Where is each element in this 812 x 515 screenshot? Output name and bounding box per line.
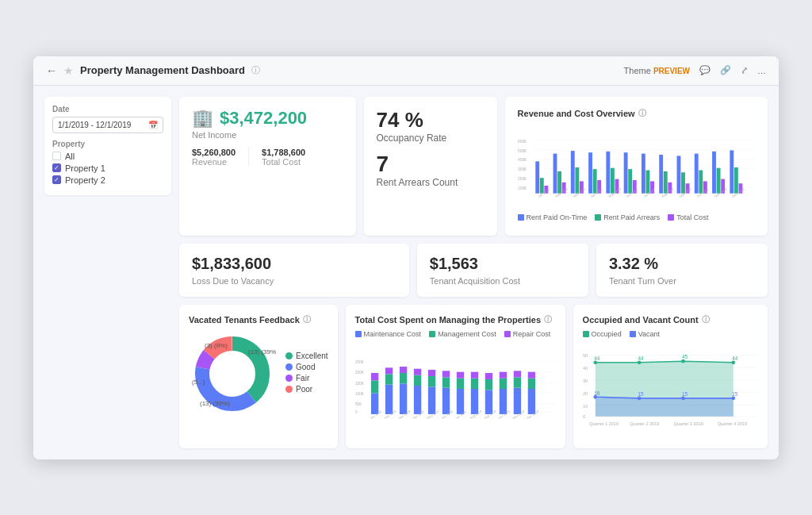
svg-point-157: [637, 396, 641, 400]
info-icon-occ[interactable]: ⓘ: [702, 314, 710, 325]
svg-text:Quarter 1 2019: Quarter 1 2019: [589, 421, 619, 425]
occ-vacant-card: Occupied and Vacant Count ⓘ Occupied Vac…: [573, 305, 768, 448]
svg-rect-106: [485, 390, 492, 414]
total-cost-label: Total Cost: [262, 157, 305, 167]
svg-text:15: 15: [682, 391, 688, 397]
date-filter-card: Date 1/1/2019 - 12/1/2019 📅 Property All…: [44, 97, 171, 195]
net-income-sub: $5,260,800 Revenue $1,788,600 Total Cost: [192, 148, 343, 167]
svg-text:15: 15: [732, 391, 738, 397]
sidebar: Date 1/1/2019 - 12/1/2019 📅 Property All…: [44, 97, 171, 448]
property-all-label: All: [65, 152, 75, 161]
svg-rect-116: [527, 378, 534, 388]
svg-text:50: 50: [583, 353, 588, 358]
svg-marker-143: [595, 397, 733, 417]
property-1[interactable]: ✓ Property 1: [52, 163, 163, 173]
occupancy-card: 74 % Occupancy Rate 7 Rent Arrears Count: [364, 97, 497, 236]
app-window: ← ★ Property Management Dashboard ⓘ Them…: [33, 56, 779, 459]
svg-text:100K: 100K: [518, 186, 527, 190]
svg-text:0: 0: [355, 410, 358, 414]
info-icon-cost[interactable]: ⓘ: [544, 314, 552, 325]
svg-rect-32: [645, 170, 649, 193]
cost-chart-svg: 250K 200K 150K 100K 50K 0: [355, 341, 556, 436]
svg-text:(3) (8%): (3) (8%): [205, 342, 228, 349]
svg-text:400K: 400K: [518, 158, 527, 162]
svg-rect-97: [442, 387, 449, 413]
svg-text:Quarter 2 2019: Quarter 2 2019: [630, 421, 659, 425]
mid-kpi-row: $1,833,600 Loss Due to Vacancy $1,563 Te…: [179, 244, 768, 297]
date-value: 1/1/2019 - 12/1/2019: [58, 121, 131, 129]
info-icon[interactable]: ⓘ: [251, 64, 260, 76]
svg-text:45: 45: [682, 354, 688, 359]
svg-rect-117: [527, 371, 534, 378]
svg-rect-47: [734, 167, 738, 194]
revenue-chart-title: Revenue and Cost Overview ⓘ: [518, 108, 755, 119]
acquisition-value: $1,563: [430, 255, 576, 273]
share-icon[interactable]: 🔗: [720, 65, 731, 75]
revenue-chart-svg: 600K 500K 400K 300K 200K 100K: [518, 124, 755, 211]
info-icon-feedback[interactable]: ⓘ: [303, 314, 311, 325]
legend-occupied: Occupied: [583, 330, 622, 338]
property2-checkbox[interactable]: ✓: [52, 175, 61, 184]
svg-rect-107: [485, 379, 492, 390]
revenue-label: Revenue: [192, 157, 236, 167]
fullscreen-icon[interactable]: ⤤: [741, 65, 748, 75]
svg-rect-41: [699, 170, 703, 193]
favorite-icon[interactable]: ★: [63, 64, 74, 77]
svg-rect-16: [553, 153, 557, 193]
svg-text:(13) (39%): (13) (39%): [248, 348, 276, 356]
calendar-icon[interactable]: 📅: [148, 121, 158, 129]
svg-text:Quarter 3 2019: Quarter 3 2019: [673, 421, 703, 425]
svg-text:15: 15: [638, 391, 644, 397]
acquisition-label: Tenant Acquisition Cost: [430, 276, 576, 286]
svg-rect-103: [470, 389, 477, 414]
more-icon[interactable]: …: [757, 66, 766, 75]
svg-text:44: 44: [594, 355, 600, 360]
svg-point-155: [731, 360, 735, 364]
property-2[interactable]: ✓ Property 2: [52, 175, 163, 185]
titlebar: ← ★ Property Management Dashboard ⓘ Them…: [33, 56, 779, 86]
svg-rect-99: [442, 371, 449, 377]
info-icon-rev[interactable]: ⓘ: [638, 108, 646, 119]
legend-vacant: Vacant: [630, 330, 660, 338]
page-title: Property Management Dashboard: [80, 64, 245, 76]
comment-icon[interactable]: 💬: [699, 65, 710, 75]
svg-text:16: 16: [594, 390, 600, 395]
svg-rect-101: [456, 378, 463, 388]
legend-maintenance: Maintenance Cost: [355, 330, 422, 338]
all-checkbox[interactable]: [52, 152, 61, 160]
main-dashboard: 🏢 $3,472,200 Net Income $5,260,800 Reven…: [179, 97, 768, 448]
svg-text:100K: 100K: [355, 391, 365, 395]
turnover-label: Tenant Turn Over: [609, 276, 755, 286]
svg-rect-96: [427, 370, 435, 376]
svg-point-152: [593, 360, 597, 364]
back-button[interactable]: ←: [46, 64, 57, 77]
svg-rect-37: [676, 156, 680, 193]
revenue-value: $5,260,800: [192, 148, 236, 157]
svg-rect-109: [499, 389, 506, 414]
property-all[interactable]: All: [52, 152, 163, 161]
date-input[interactable]: 1/1/2019 - 12/1/2019 📅: [52, 117, 163, 133]
occ-vacant-chart-svg: 50 40 30 20 10 0: [583, 341, 758, 436]
svg-rect-28: [623, 152, 627, 194]
svg-rect-84: [371, 373, 378, 380]
net-income-value: $3,472,200: [220, 108, 307, 129]
property-filter: Property All ✓ Property 1 ✓ Property 2: [52, 140, 163, 185]
svg-rect-40: [694, 153, 698, 193]
svg-rect-108: [485, 373, 492, 379]
donut-chart: (3) (8%) (13) (39%) (5...) (13) (39%): [189, 330, 276, 417]
cost-chart-title: Total Cost Spent on Managing the Propert…: [355, 314, 556, 325]
property1-checkbox[interactable]: ✓: [52, 163, 61, 172]
svg-rect-88: [400, 383, 407, 414]
feedback-chart-title: Vacated Tenants Feedback ⓘ: [189, 314, 328, 325]
svg-rect-94: [427, 386, 435, 414]
turnover-card: 3.32 % Tenant Turn Over: [596, 244, 768, 297]
building-icon: 🏢: [192, 108, 213, 129]
legend-management: Management Cost: [429, 330, 496, 338]
theme-label: Theme PREVIEW: [624, 66, 690, 75]
svg-rect-112: [513, 387, 520, 413]
legend-excellent: Excellent: [285, 352, 328, 360]
total-cost-sub: $1,788,600 Total Cost: [248, 148, 305, 167]
legend-fair: Fair: [285, 374, 328, 382]
svg-rect-91: [413, 386, 420, 414]
svg-text:50K: 50K: [355, 402, 362, 406]
